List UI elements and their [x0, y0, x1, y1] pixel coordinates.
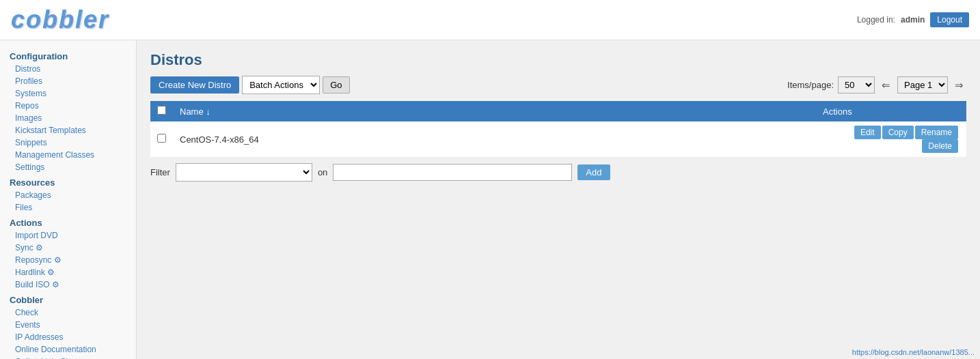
- go-button[interactable]: Go: [323, 76, 349, 94]
- sidebar-item-settings[interactable]: Settings: [0, 161, 136, 173]
- sidebar-item-build-iso[interactable]: Build ISO ⚙: [0, 278, 136, 291]
- sidebar-item-hardlink[interactable]: Hardlink ⚙: [0, 266, 136, 278]
- sidebar-item-packages[interactable]: Packages: [0, 189, 136, 201]
- table-header-checkbox: [150, 101, 173, 121]
- sidebar-item-snippets[interactable]: Snippets: [0, 137, 136, 149]
- logout-button[interactable]: Logout: [930, 12, 969, 27]
- page-select[interactable]: Page 1: [897, 76, 948, 94]
- sidebar-item-distros[interactable]: Distros: [0, 63, 136, 75]
- filter-input[interactable]: [333, 164, 572, 181]
- sidebar-item-import-dvd[interactable]: Import DVD: [0, 229, 136, 242]
- distros-tbody: CentOS-7.4-x86_64EditCopyRenameDelete: [150, 121, 966, 158]
- sidebar-item-images[interactable]: Images: [0, 112, 136, 124]
- sidebar-item-sync[interactable]: Sync ⚙: [0, 242, 136, 254]
- pagination-area: Items/page: 50 25 100 ⇐ Page 1 ⇒: [787, 76, 966, 94]
- actions-section-title: Actions: [0, 214, 136, 229]
- items-per-page-select[interactable]: 50 25 100: [838, 76, 875, 94]
- header: cobbler Logged in: admin Logout: [0, 0, 980, 40]
- filter-row: Filter on Add: [150, 163, 966, 182]
- sidebar-item-kickstart-templates[interactable]: Kickstart Templates: [0, 124, 136, 137]
- sidebar-item-management-classes[interactable]: Management Classes: [0, 149, 136, 161]
- sidebar-item-systems[interactable]: Systems: [0, 87, 136, 100]
- sidebar-item-files[interactable]: Files: [0, 201, 136, 214]
- logo-area: cobbler: [11, 5, 109, 34]
- distros-table: Name ↓ Actions CentOS-7.4-x86_64EditCopy…: [150, 101, 966, 158]
- username: admin: [901, 15, 925, 25]
- toolbar: Create New Distro Batch Actions Go Items…: [150, 76, 966, 94]
- action-rename-button[interactable]: Rename: [915, 126, 958, 139]
- main-content: Distros Create New Distro Batch Actions …: [137, 40, 980, 359]
- sidebar-item-online-documentation[interactable]: Online Documentation: [0, 343, 136, 356]
- create-new-distro-button[interactable]: Create New Distro: [150, 76, 239, 94]
- action-delete-button[interactable]: Delete: [922, 139, 958, 153]
- layout: Configuration Distros Profiles Systems R…: [0, 40, 980, 359]
- distro-name: CentOS-7.4-x86_64: [173, 121, 816, 158]
- auth-area: Logged in: admin Logout: [857, 12, 969, 27]
- footer-link[interactable]: https://blog.csdn.net/laonanw/1385...: [852, 348, 975, 356]
- table-header-name: Name ↓: [173, 101, 816, 121]
- configuration-section-title: Configuration: [0, 47, 136, 63]
- sidebar-item-profiles[interactable]: Profiles: [0, 75, 136, 87]
- page-title: Distros: [150, 51, 966, 69]
- filter-on-label: on: [318, 167, 327, 177]
- sidebar: Configuration Distros Profiles Systems R…: [0, 40, 137, 359]
- sidebar-item-events[interactable]: Events: [0, 319, 136, 331]
- items-per-page-label: Items/page:: [787, 80, 834, 90]
- action-edit-button[interactable]: Edit: [854, 126, 881, 139]
- add-filter-button[interactable]: Add: [577, 164, 610, 180]
- batch-actions-select[interactable]: Batch Actions: [242, 76, 320, 94]
- auth-text: Logged in:: [857, 15, 895, 25]
- row-checkbox[interactable]: [157, 134, 166, 143]
- action-copy-button[interactable]: Copy: [882, 126, 914, 139]
- resources-section-title: Resources: [0, 173, 136, 189]
- prev-page-button[interactable]: ⇐: [879, 78, 893, 93]
- select-all-checkbox[interactable]: [157, 106, 166, 115]
- filter-select[interactable]: [176, 163, 312, 182]
- sidebar-item-ip-addresses[interactable]: IP Addresses: [0, 331, 136, 343]
- cobbler-section-title: Cobbler: [0, 291, 136, 306]
- sidebar-item-check[interactable]: Check: [0, 306, 136, 319]
- table-header-actions: Actions: [816, 101, 966, 121]
- filter-label: Filter: [150, 167, 170, 177]
- next-page-button[interactable]: ⇒: [952, 78, 966, 93]
- table-row: CentOS-7.4-x86_64EditCopyRenameDelete: [150, 121, 966, 158]
- sidebar-item-reposync[interactable]: Reposync ⚙: [0, 254, 136, 266]
- sidebar-item-repos[interactable]: Repos: [0, 100, 136, 112]
- logo: cobbler: [11, 5, 109, 34]
- sidebar-item-online-help-chat[interactable]: Online Help Chat: [0, 356, 136, 359]
